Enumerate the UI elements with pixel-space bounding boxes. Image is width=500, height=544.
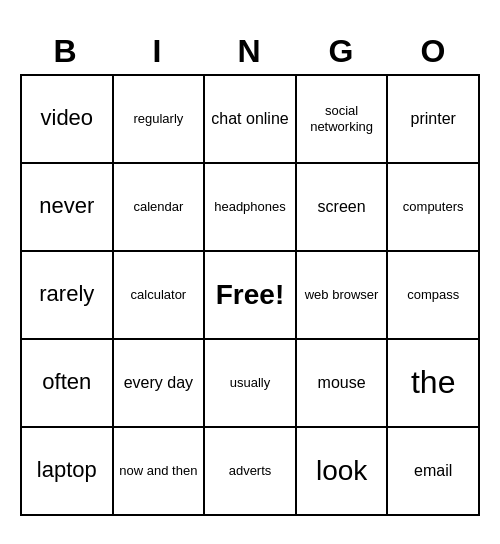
bingo-cell: calculator (114, 252, 206, 340)
bingo-cell: screen (297, 164, 389, 252)
header-letter: I (112, 29, 204, 74)
bingo-cell: Free! (205, 252, 297, 340)
bingo-cell: often (22, 340, 114, 428)
bingo-cell: video (22, 76, 114, 164)
bingo-cell: email (388, 428, 480, 516)
header-letter: N (204, 29, 296, 74)
bingo-cell: rarely (22, 252, 114, 340)
bingo-cell: printer (388, 76, 480, 164)
bingo-cell: compass (388, 252, 480, 340)
bingo-cell: never (22, 164, 114, 252)
bingo-cell: every day (114, 340, 206, 428)
header-letter: B (20, 29, 112, 74)
bingo-cell: adverts (205, 428, 297, 516)
bingo-cell: headphones (205, 164, 297, 252)
bingo-grid: videoregularlychat onlinesocial networki… (20, 74, 480, 516)
bingo-cell: computers (388, 164, 480, 252)
bingo-cell: the (388, 340, 480, 428)
bingo-cell: regularly (114, 76, 206, 164)
bingo-header: BINGO (20, 29, 480, 74)
bingo-cell: mouse (297, 340, 389, 428)
header-letter: G (296, 29, 388, 74)
bingo-cell: usually (205, 340, 297, 428)
bingo-cell: chat online (205, 76, 297, 164)
bingo-cell: calendar (114, 164, 206, 252)
bingo-cell: social networking (297, 76, 389, 164)
bingo-cell: look (297, 428, 389, 516)
bingo-cell: laptop (22, 428, 114, 516)
bingo-cell: now and then (114, 428, 206, 516)
header-letter: O (388, 29, 480, 74)
bingo-card: BINGO videoregularlychat onlinesocial ne… (20, 29, 480, 516)
bingo-cell: web browser (297, 252, 389, 340)
